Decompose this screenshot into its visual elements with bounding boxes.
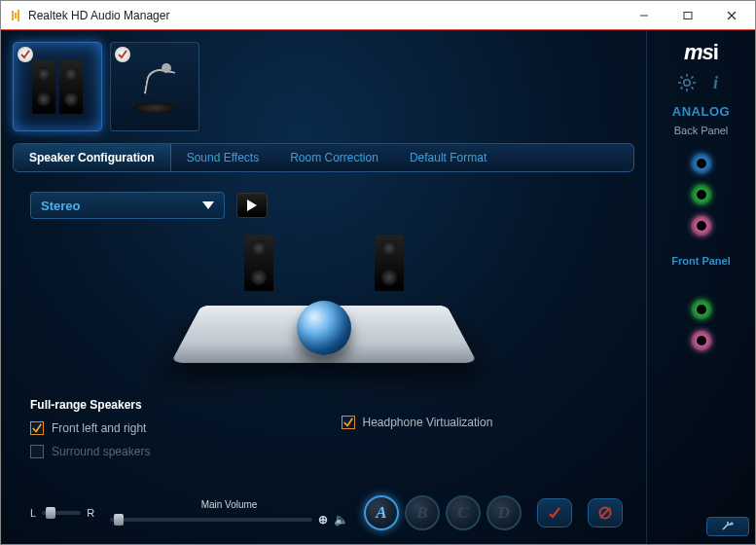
preset-save-button[interactable] (537, 498, 572, 527)
side-panel: msi i ANALOG Back Panel Front Panel (646, 30, 755, 544)
speaker-stage (13, 229, 634, 394)
app-icon (9, 9, 22, 22)
back-panel-label: Back Panel (674, 125, 729, 136)
play-icon (247, 200, 257, 211)
preset-c-button[interactable]: C (446, 495, 481, 530)
preset-b-button[interactable]: B (405, 495, 440, 530)
svg-line-17 (691, 77, 693, 79)
tab-bar: Speaker Configuration Sound Effects Room… (13, 143, 634, 172)
balance-thumb[interactable] (46, 507, 55, 519)
settings-button[interactable] (677, 73, 697, 92)
volume-boost-icon[interactable]: ⊕ (318, 513, 328, 527)
checkbox-headphone-virt-label: Headphone Virtualization (363, 416, 493, 429)
device-row (13, 42, 634, 131)
analog-heading: ANALOG (672, 104, 730, 119)
connector-settings-button[interactable] (706, 517, 749, 536)
device-microphone-check[interactable] (115, 47, 130, 62)
balance-left-label: L (30, 507, 36, 519)
main-volume-label: Main Volume (201, 499, 258, 510)
svg-rect-1 (15, 13, 17, 18)
checkbox-front-lr-label: Front left and right (52, 421, 146, 435)
checkbox-surround-label: Surround speakers (52, 445, 150, 458)
jack-back-blue[interactable] (692, 154, 711, 173)
front-panel-label: Front Panel (671, 255, 731, 267)
titlebar: Realtek HD Audio Manager (1, 1, 755, 30)
brand-logo: msi (684, 40, 718, 65)
tab-default-format[interactable]: Default Format (394, 144, 502, 171)
speaker-volume-icon[interactable]: 🔈 (334, 513, 348, 527)
preset-buttons: A B C D (364, 495, 522, 530)
checkbox-surround: Surround speakers (30, 445, 306, 458)
front-right-speaker-icon[interactable] (375, 235, 404, 291)
full-range-heading: Full-range Speakers (30, 398, 306, 412)
speaker-config-dropdown[interactable]: Stereo (30, 192, 225, 219)
listener-icon (297, 301, 351, 355)
test-play-button[interactable] (236, 193, 268, 218)
preset-d-button[interactable]: D (486, 495, 522, 530)
maximize-button[interactable] (666, 2, 709, 29)
jack-front-green[interactable] (692, 300, 711, 319)
svg-line-15 (691, 87, 693, 89)
checkbox-front-lr[interactable]: Front left and right (30, 421, 306, 435)
device-microphone[interactable] (110, 42, 199, 131)
tab-room-correction[interactable]: Room Correction (274, 144, 394, 171)
front-panel-jacks (692, 300, 711, 350)
window-title: Realtek HD Audio Manager (28, 9, 169, 22)
jack-front-pink[interactable] (692, 331, 711, 350)
svg-point-18 (730, 522, 733, 525)
checkbox-headphone-virtualization[interactable]: Headphone Virtualization (342, 416, 618, 429)
app-window: Realtek HD Audio Manager Speaker Configu… (0, 0, 756, 545)
device-speakers[interactable] (13, 42, 102, 131)
jack-back-green[interactable] (692, 185, 711, 204)
bottom-bar: L R Main Volume ⊕ 🔈 A B (13, 488, 634, 534)
preset-delete-button[interactable] (588, 498, 623, 527)
info-button[interactable]: i (706, 73, 726, 92)
svg-rect-2 (18, 10, 19, 21)
back-panel-jacks (692, 154, 711, 236)
svg-line-14 (680, 77, 682, 79)
chevron-down-icon (202, 201, 214, 209)
close-button[interactable] (709, 2, 753, 29)
device-speakers-check[interactable] (18, 47, 33, 62)
speakers-icon (32, 59, 83, 114)
main-volume-thumb[interactable] (114, 514, 124, 526)
svg-line-16 (680, 87, 682, 89)
svg-rect-4 (684, 12, 692, 18)
tab-speaker-configuration[interactable]: Speaker Configuration (14, 144, 171, 171)
balance-right-label: R (87, 507, 94, 519)
jack-back-pink[interactable] (692, 216, 711, 236)
balance-slider[interactable]: L R (30, 507, 94, 519)
speaker-config-value: Stereo (41, 199, 80, 213)
preset-a-button[interactable]: A (364, 495, 399, 530)
minimize-button[interactable] (622, 2, 666, 29)
main-volume-slider[interactable] (110, 518, 312, 522)
microphone-icon (136, 59, 173, 114)
front-left-speaker-icon[interactable] (244, 235, 273, 291)
svg-point-9 (683, 80, 689, 86)
tab-sound-effects[interactable]: Sound Effects (171, 144, 275, 171)
svg-rect-0 (12, 11, 14, 20)
